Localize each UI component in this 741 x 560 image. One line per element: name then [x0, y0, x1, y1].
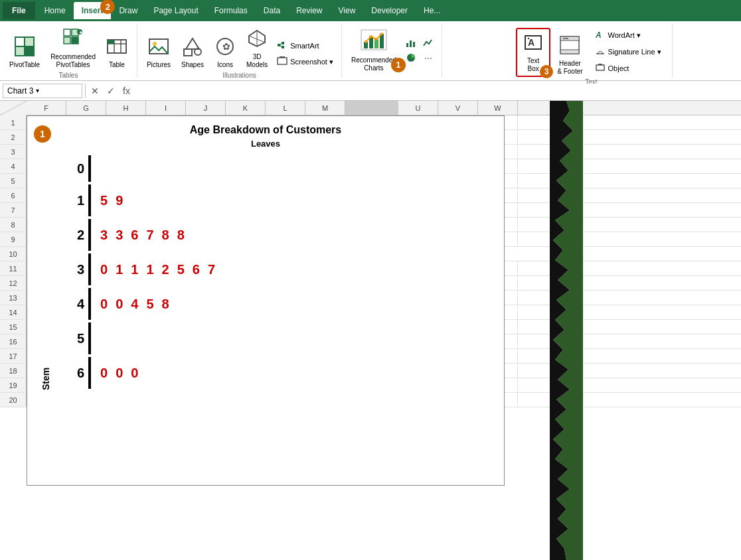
- col-header-w[interactable]: W: [478, 101, 518, 115]
- svg-rect-42: [410, 40, 412, 47]
- text-box-badge: 3: [540, 65, 553, 78]
- row-header-9[interactable]: 9: [0, 232, 27, 246]
- name-box[interactable]: Chart 3 ▾: [3, 84, 82, 98]
- tab-file[interactable]: File: [3, 2, 35, 19]
- row-header-5[interactable]: 5: [0, 174, 27, 188]
- tab-view[interactable]: View: [331, 2, 364, 19]
- svg-point-16: [153, 42, 157, 46]
- tab-data[interactable]: Data: [256, 2, 288, 19]
- row-header-2[interactable]: 2: [0, 130, 27, 144]
- icons-button[interactable]: ✿ Icons: [210, 35, 240, 70]
- pivot-table-button[interactable]: PivotTable: [5, 35, 44, 70]
- svg-rect-1: [25, 37, 34, 46]
- recommended-pivottables-button[interactable]: ★ RecommendedPivotTables: [46, 27, 100, 70]
- header-footer-icon: [559, 35, 580, 58]
- col-header-l[interactable]: L: [266, 101, 305, 115]
- col-header-f[interactable]: F: [27, 101, 66, 115]
- row-header-7[interactable]: 7: [0, 203, 27, 217]
- row-header-11[interactable]: 11: [0, 261, 27, 275]
- row-header-17[interactable]: 17: [0, 349, 27, 363]
- tab-formulas[interactable]: Formulas: [206, 2, 256, 19]
- svg-rect-43: [413, 42, 415, 47]
- tab-home[interactable]: Home: [37, 2, 74, 19]
- 3d-models-icon: [246, 28, 268, 52]
- row-header-13[interactable]: 13: [0, 291, 27, 305]
- stem-leaf-data: 0 1 5 9 2: [55, 154, 491, 390]
- screenshot-button[interactable]: Screenshot ▾: [274, 54, 336, 69]
- row-header-14[interactable]: 14: [0, 305, 27, 319]
- tab-insert[interactable]: Insert 2: [74, 2, 112, 19]
- stem-row-1: 1 5 9: [55, 183, 491, 218]
- tab-draw[interactable]: Draw: [111, 2, 145, 19]
- stem-leaf-container: Stem 0 1 5 9: [27, 154, 504, 397]
- row-header-15[interactable]: 15: [0, 320, 27, 334]
- col-header-g[interactable]: G: [66, 101, 106, 115]
- leaf-row-4: 0 0 4 5 8: [91, 297, 169, 312]
- row-header-16[interactable]: 16: [0, 334, 27, 348]
- line-chart-button[interactable]: [420, 36, 436, 50]
- col-header-m[interactable]: M: [305, 101, 345, 115]
- tab-page-layout[interactable]: Page Layout: [145, 2, 206, 19]
- row-header-1[interactable]: 1: [0, 115, 27, 129]
- tab-help[interactable]: He...: [416, 2, 448, 19]
- header-footer-label: Header& Footer: [557, 60, 582, 76]
- recommended-charts-button[interactable]: RecommendedCharts 1: [347, 27, 400, 74]
- svg-text:A: A: [595, 31, 602, 40]
- icons-icon: ✿: [214, 36, 236, 60]
- tab-developer[interactable]: Developer: [363, 2, 416, 19]
- object-button[interactable]: Object: [592, 61, 664, 76]
- wordart-button[interactable]: A WordArt ▾: [592, 28, 664, 42]
- svg-rect-27: [282, 46, 284, 48]
- svg-rect-18: [184, 49, 192, 56]
- wordart-icon: A: [595, 29, 606, 41]
- charts-badge: 1: [391, 58, 406, 72]
- chart-area[interactable]: 1 Age Breakdown of Customers Leaves Stem…: [27, 115, 505, 486]
- text-box-button[interactable]: A TextBox 3: [516, 28, 550, 77]
- signature-line-button[interactable]: Signature Line ▾: [592, 44, 664, 59]
- smartart-button[interactable]: SmartArt: [274, 38, 336, 53]
- shapes-button[interactable]: Shapes: [177, 35, 208, 70]
- pictures-label: Pictures: [147, 61, 171, 69]
- text-box-icon: A: [523, 32, 544, 56]
- col-header-k[interactable]: K: [226, 101, 266, 115]
- formula-bar-buttons: ✕ ✓ fx: [88, 86, 133, 96]
- ribbon-tabs: File Home Insert 2 Draw Page Layout Form…: [0, 0, 741, 21]
- more-charts-button[interactable]: ⋯: [420, 51, 436, 64]
- tab-review[interactable]: Review: [288, 2, 330, 19]
- torn-paper-area: [550, 101, 583, 560]
- name-box-dropdown[interactable]: ▾: [36, 87, 39, 94]
- svg-rect-14: [108, 40, 114, 44]
- formula-confirm-button[interactable]: ✓: [104, 86, 118, 96]
- recommended-pivottables-label: RecommendedPivotTables: [50, 53, 96, 69]
- svg-rect-6: [64, 37, 70, 44]
- svg-text:⋯: ⋯: [424, 54, 432, 63]
- pictures-button[interactable]: Pictures: [143, 35, 175, 70]
- row-header-12[interactable]: 12: [0, 276, 27, 290]
- row-header-8[interactable]: 8: [0, 218, 27, 232]
- header-footer-button[interactable]: Header& Footer: [553, 33, 586, 77]
- table-label: Table: [109, 61, 125, 69]
- svg-rect-41: [406, 43, 408, 47]
- formula-cancel-button[interactable]: ✕: [88, 86, 102, 96]
- stem-val-5: 5: [55, 331, 88, 346]
- formula-fx-button[interactable]: fx: [120, 86, 133, 96]
- col-header-j[interactable]: J: [186, 101, 226, 115]
- col-header-v[interactable]: V: [438, 101, 478, 115]
- row-header-20[interactable]: 20: [0, 393, 27, 407]
- table-button[interactable]: Table: [102, 35, 131, 70]
- row-header-3[interactable]: 3: [0, 145, 27, 159]
- col-header-h[interactable]: H: [106, 101, 146, 115]
- formula-input[interactable]: [135, 84, 738, 98]
- row-header-10[interactable]: 10: [0, 247, 27, 261]
- svg-rect-4: [64, 29, 70, 36]
- column-chart-button[interactable]: [403, 36, 419, 50]
- row-header-19[interactable]: 19: [0, 378, 27, 392]
- row-header-4[interactable]: 4: [0, 159, 27, 173]
- col-header-u[interactable]: U: [398, 101, 438, 115]
- tables-group-label: Tables: [59, 70, 78, 79]
- 3d-models-button[interactable]: 3DModels: [242, 27, 272, 70]
- col-header-i[interactable]: I: [146, 101, 186, 115]
- screenshot-label: Screenshot ▾: [290, 58, 333, 66]
- row-header-6[interactable]: 6: [0, 188, 27, 202]
- row-header-18[interactable]: 18: [0, 364, 27, 378]
